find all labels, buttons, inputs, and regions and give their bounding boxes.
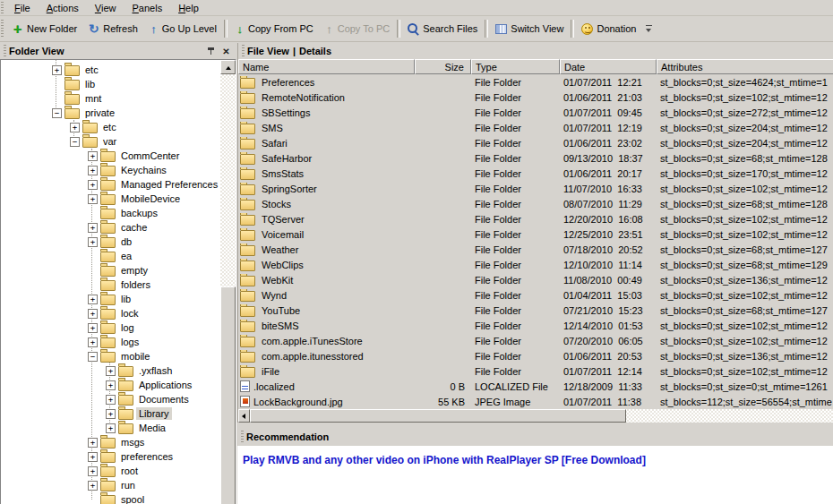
tree-item[interactable]: empty	[1, 263, 219, 278]
refresh-button[interactable]: Refresh	[82, 19, 143, 38]
tree-toggle[interactable]: +	[88, 452, 98, 462]
tree-toggle[interactable]: +	[88, 309, 98, 319]
tree-item[interactable]: − mobile	[1, 349, 219, 363]
tree-toggle[interactable]: +	[52, 65, 62, 75]
toolbar-grip[interactable]	[1, 20, 4, 38]
tree-item[interactable]: + msgs	[1, 435, 219, 449]
recommendation-link[interactable]: Play RMVB and any other video on iPhone …	[243, 454, 646, 466]
column-header-date[interactable]: Date	[560, 59, 657, 74]
file-row[interactable]: SBSettings File Folder 01/07/2011 09:45 …	[238, 105, 833, 120]
tree-vertical-scrollbar[interactable]	[220, 60, 236, 504]
menubar-grip[interactable]	[1, 2, 4, 14]
file-row[interactable]: Voicemail File Folder 12/25/2010 23:51 s…	[238, 226, 833, 242]
tree-scrollbar-thumb[interactable]	[220, 286, 236, 504]
tree-item[interactable]: + Media	[1, 421, 219, 435]
column-header-name[interactable]: Name	[238, 59, 415, 74]
tree-toggle[interactable]: +	[88, 323, 98, 333]
file-row[interactable]: Safari File Folder 01/06/2011 23:02 st_b…	[238, 135, 833, 150]
tree-item[interactable]: + log	[1, 320, 219, 335]
tree-item[interactable]: + Library	[1, 406, 219, 421]
file-row[interactable]: WebClips File Folder 12/10/2010 11:14 st…	[238, 257, 833, 272]
tree-toggle[interactable]: +	[88, 223, 98, 233]
switch-view-button[interactable]: Switch View	[490, 19, 569, 38]
file-row[interactable]: biteSMS File Folder 12/14/2010 01:53 st_…	[238, 318, 833, 333]
file-panel-grip[interactable]	[242, 45, 245, 57]
file-row[interactable]: Wynd File Folder 01/04/2011 15:03 st_blo…	[238, 287, 833, 303]
tree-item[interactable]: + lib	[1, 292, 219, 306]
tree-item[interactable]: + root	[1, 464, 219, 478]
tree-toggle[interactable]: +	[88, 481, 98, 491]
tree-item[interactable]: + etc	[1, 63, 219, 77]
file-row[interactable]: iFile File Folder 01/07/2011 12:14 st_bl…	[238, 363, 833, 379]
tree-toggle[interactable]: +	[88, 337, 98, 347]
toolbar-overflow-chevron-icon[interactable]	[643, 18, 655, 39]
tree-toggle[interactable]: +	[106, 395, 116, 405]
tree-item[interactable]: + run	[1, 478, 219, 492]
tree-item[interactable]: + CommCenter	[1, 149, 219, 163]
column-header-attributes[interactable]: Attributes	[657, 59, 833, 74]
tree-item[interactable]: + cache	[1, 220, 219, 235]
tree-item[interactable]: + MobileDevice	[1, 192, 219, 206]
file-row[interactable]: com.apple.itunesstored File Folder 01/06…	[238, 348, 833, 363]
file-row[interactable]: SmsStats File Folder 01/06/2011 20:17 st…	[238, 166, 833, 181]
tree-item[interactable]: + db	[1, 235, 219, 249]
file-row[interactable]: Stocks File Folder 08/07/2010 11:29 st_b…	[238, 196, 833, 211]
tree-toggle[interactable]: +	[70, 123, 80, 132]
column-header-type[interactable]: Type	[471, 59, 560, 74]
tree-item[interactable]: + Applications	[1, 378, 219, 392]
tree-item[interactable]: − var	[1, 134, 219, 149]
file-row[interactable]: TQServer File Folder 12/20/2010 16:08 st…	[238, 211, 833, 226]
tree-toggle[interactable]: −	[52, 108, 62, 118]
file-row[interactable]: .localized 0 B LOCALIZED File 12/18/2009…	[238, 379, 833, 394]
tree-item[interactable]: + Documents	[1, 392, 219, 406]
tree-item[interactable]: + preferences	[1, 449, 219, 464]
tree-item[interactable]: folders	[1, 278, 219, 292]
tree-item[interactable]: lib	[1, 77, 219, 91]
tree-toggle[interactable]: +	[106, 409, 116, 419]
tree-item[interactable]: + etc	[1, 120, 219, 134]
search-files-button[interactable]: Search Files	[402, 19, 483, 38]
menu-view[interactable]: View	[87, 2, 125, 14]
file-row[interactable]: LockBackground.jpg 55 KB JPEG Image 01/0…	[238, 394, 833, 409]
copy-from-pc-button[interactable]: Copy From PC	[229, 19, 319, 38]
tree-toggle[interactable]: +	[88, 438, 98, 448]
file-scrollbar-thumb[interactable]	[250, 409, 626, 423]
tree-toggle[interactable]: +	[88, 151, 98, 161]
tree-item[interactable]: backups	[1, 206, 219, 220]
menu-file[interactable]: File	[6, 2, 39, 14]
donation-button[interactable]: Donation	[576, 19, 641, 38]
recommendation-grip[interactable]	[241, 431, 244, 443]
menu-panels[interactable]: Panels	[125, 2, 171, 14]
go-up-level-button[interactable]: Go Up Level	[143, 19, 222, 38]
tree-toggle[interactable]: +	[88, 194, 98, 204]
tree-item[interactable]: spool	[1, 492, 219, 504]
tree-item[interactable]: mnt	[1, 91, 219, 106]
tree-item[interactable]: + logs	[1, 335, 219, 349]
scroll-up-button[interactable]	[220, 60, 236, 74]
file-row[interactable]: com.apple.iTunesStore File Folder 07/20/…	[238, 333, 833, 348]
tree-toggle[interactable]: +	[106, 423, 116, 433]
tree-toggle[interactable]: +	[106, 380, 116, 390]
tree-toggle[interactable]: +	[88, 166, 98, 175]
tree-item[interactable]: + Keychains	[1, 163, 219, 177]
file-row[interactable]: Preferences File Folder 01/07/2011 12:21…	[238, 74, 833, 90]
tree-item[interactable]: + .yxflash	[1, 363, 219, 378]
file-row[interactable]: SpringSorter File Folder 11/07/2010 16:3…	[238, 181, 833, 196]
tree-toggle[interactable]: +	[106, 366, 116, 376]
tree-item[interactable]: ea	[1, 249, 219, 263]
tree-item[interactable]: + Managed Preferences	[1, 177, 219, 192]
close-panel-button[interactable]	[219, 45, 233, 57]
file-horizontal-scrollbar[interactable]	[238, 409, 833, 423]
file-row[interactable]: RemoteNotification File Folder 01/06/201…	[238, 90, 833, 105]
tree-toggle[interactable]: +	[88, 180, 98, 190]
file-row[interactable]: WebKit File Folder 11/08/2010 00:49 st_b…	[238, 272, 833, 287]
tree-toggle[interactable]: −	[88, 352, 98, 362]
tree-toggle[interactable]: +	[88, 237, 98, 247]
menu-actions[interactable]: Actions	[39, 2, 87, 14]
tree-item[interactable]: + lock	[1, 306, 219, 320]
new-folder-button[interactable]: + New Folder	[6, 19, 82, 38]
file-row[interactable]: Weather File Folder 07/18/2010 20:52 st_…	[238, 242, 833, 257]
menu-help[interactable]: Help	[170, 2, 207, 14]
folder-panel-grip[interactable]	[4, 45, 6, 57]
tree-toggle[interactable]: −	[70, 137, 80, 147]
